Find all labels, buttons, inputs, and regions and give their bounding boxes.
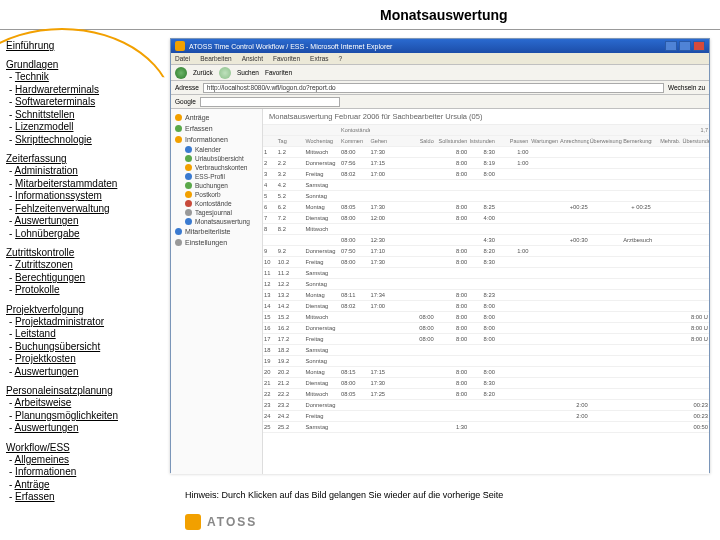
- nav-item[interactable]: - Mitarbeiterstammdaten: [6, 178, 161, 191]
- app-nav-head[interactable]: Einstellungen: [173, 237, 260, 248]
- nav-item[interactable]: - Allgemeines: [6, 454, 161, 467]
- google-search-input[interactable]: [200, 97, 340, 107]
- menu-item[interactable]: Bearbeiten: [200, 55, 231, 62]
- table-row: 1010.2Freitag08:0017:308:008:30: [263, 257, 709, 268]
- nav-item[interactable]: - Auswertungen: [6, 366, 161, 379]
- search-label[interactable]: Suchen: [237, 69, 259, 76]
- address-bar: Adresse http://localhost:8080/v.wfl/logo…: [171, 81, 709, 95]
- app-icon: [175, 41, 185, 51]
- table-row: 44.2Samstag: [263, 180, 709, 191]
- logo-text: ATOSS: [207, 515, 257, 529]
- app-nav-head[interactable]: Erfassen: [173, 123, 260, 134]
- address-input[interactable]: http://localhost:8080/v.wfl/logon.do?rep…: [203, 83, 664, 93]
- menu-item[interactable]: ?: [339, 55, 343, 62]
- fav-label[interactable]: Favoriten: [265, 69, 292, 76]
- table-row: 77.2Dienstag08:0012:008:004:00: [263, 213, 709, 224]
- app-nav-item[interactable]: Kontostände: [173, 199, 260, 208]
- nav-top-link[interactable]: Einführung: [6, 40, 161, 51]
- table-row: 1717.2Freitag08:008:008:008:00 U: [263, 334, 709, 345]
- app-nav-item[interactable]: Kalender: [173, 145, 260, 154]
- nav-item[interactable]: - Informationen: [6, 466, 161, 479]
- nav-section-head[interactable]: Zeiterfassung: [6, 153, 161, 165]
- nav-item[interactable]: - Schnittstellen: [6, 109, 161, 122]
- nav-item[interactable]: - Auswertungen: [6, 422, 161, 435]
- menu-item[interactable]: Ansicht: [242, 55, 263, 62]
- nav-item[interactable]: - Anträge: [6, 479, 161, 492]
- nav-item[interactable]: - Buchungsübersicht: [6, 341, 161, 354]
- table-header: TagWochentagKommenGehenSaldoSollstundenI…: [263, 136, 709, 147]
- app-nav-head[interactable]: Informationen: [173, 134, 260, 145]
- nav-item[interactable]: - Administration: [6, 165, 161, 178]
- ie-toolbar: Zurück Suchen Favoriten: [171, 65, 709, 81]
- nav-item[interactable]: - Projektkosten: [6, 353, 161, 366]
- table-row: 1111.2Samstag: [263, 268, 709, 279]
- table-row: 1515.2Mittwoch08:008:008:008:00 U: [263, 312, 709, 323]
- app-nav-item[interactable]: Tagesjournal: [173, 208, 260, 217]
- close-button[interactable]: [693, 41, 705, 51]
- nav-item[interactable]: - Lizenzmodell: [6, 121, 161, 134]
- nav-item[interactable]: - Hardwareterminals: [6, 84, 161, 97]
- table-row: 2121.2Dienstag08:0017:308:008:30: [263, 378, 709, 389]
- app-nav-item[interactable]: ESS-Profil: [173, 172, 260, 181]
- app-nav-item[interactable]: Verbrauchskonten: [173, 163, 260, 172]
- menu-item[interactable]: Extras: [310, 55, 328, 62]
- nav-item[interactable]: - Planungsmöglichkeiten: [6, 410, 161, 423]
- nav-item[interactable]: - Softwareterminals: [6, 96, 161, 109]
- nav-item[interactable]: - Skripttechnologie: [6, 134, 161, 147]
- app-nav-head[interactable]: Mitarbeiterliste: [173, 226, 260, 237]
- table-row: 1818.2Samstag: [263, 345, 709, 356]
- table-row: 1616.2Donnerstag08:008:008:008:00 U: [263, 323, 709, 334]
- nav-item[interactable]: - Zutrittszonen: [6, 259, 161, 272]
- nav-item[interactable]: - Fehlzeitenverwaltung: [6, 203, 161, 216]
- nav-item[interactable]: - Projektadministrator: [6, 316, 161, 329]
- table-row: 55.2Sonntag: [263, 191, 709, 202]
- nav-section-head[interactable]: Workflow/ESS: [6, 442, 161, 454]
- app-nav-item[interactable]: Urlaubsübersicht: [173, 154, 260, 163]
- go-button[interactable]: Wechseln zu: [668, 84, 705, 91]
- menu-item[interactable]: Datei: [175, 55, 190, 62]
- nav-item[interactable]: - Erfassen: [6, 491, 161, 504]
- table-row: 1919.2Sonntag: [263, 356, 709, 367]
- table-row: 2222.2Mittwoch08:0517:258:008:20: [263, 389, 709, 400]
- back-icon[interactable]: [175, 67, 187, 79]
- nav-section-head[interactable]: Personaleinsatzplanung: [6, 385, 161, 397]
- app-nav-item[interactable]: Monatsauswertung: [173, 217, 260, 226]
- nav-item[interactable]: - Lohnübergabe: [6, 228, 161, 241]
- nav-item[interactable]: - Technik: [6, 71, 161, 84]
- table-header: Kontostände: 1%1,7: [263, 125, 709, 136]
- back-label[interactable]: Zurück: [193, 69, 213, 76]
- table-row: 2525.2Samstag1:3000:50: [263, 422, 709, 433]
- window-title: ATOSS Time Control Workflow / ESS - Micr…: [189, 43, 392, 50]
- nav-section-head[interactable]: Grundlagen: [6, 59, 161, 71]
- nav-item[interactable]: - Arbeitsweise: [6, 397, 161, 410]
- nav-item[interactable]: - Leitstand: [6, 328, 161, 341]
- window-buttons: [665, 41, 705, 51]
- page-header: Monatsauswertung: [0, 0, 720, 30]
- app-nav-item[interactable]: Postkorb: [173, 190, 260, 199]
- minimize-button[interactable]: [665, 41, 677, 51]
- nav-item[interactable]: - Auswertungen: [6, 215, 161, 228]
- nav-section-head[interactable]: Projektverfolgung: [6, 304, 161, 316]
- maximize-button[interactable]: [679, 41, 691, 51]
- menu-item[interactable]: Favoriten: [273, 55, 300, 62]
- table-row: 88.2Mittwoch: [263, 224, 709, 235]
- address-label: Adresse: [175, 84, 199, 91]
- nav-item[interactable]: - Berechtigungen: [6, 272, 161, 285]
- footer-logo: ATOSS: [185, 514, 257, 530]
- app-main: Monatsauswertung Februar 2006 für Sachbe…: [263, 109, 709, 474]
- table-row: 33.2Freitag08:0217:008:008:00: [263, 169, 709, 180]
- forward-icon[interactable]: [219, 67, 231, 79]
- nav-item[interactable]: - Informationssystem: [6, 190, 161, 203]
- report-title: Monatsauswertung Februar 2006 für Sachbe…: [263, 109, 709, 125]
- titlebar: ATOSS Time Control Workflow / ESS - Micr…: [171, 39, 709, 53]
- app-nav-item[interactable]: Buchungen: [173, 181, 260, 190]
- nav-item[interactable]: - Protokolle: [6, 284, 161, 297]
- page-title: Monatsauswertung: [380, 7, 508, 23]
- table-row: 22.2Donnerstag07:5617:158:008:191:00: [263, 158, 709, 169]
- browser-window[interactable]: ATOSS Time Control Workflow / ESS - Micr…: [170, 38, 710, 473]
- app-nav-head[interactable]: Anträge: [173, 112, 260, 123]
- table-row: 08:0012:304:30+00:30Arztbesuch: [263, 235, 709, 246]
- logo-icon: [185, 514, 201, 530]
- nav-section-head[interactable]: Zutrittskontrolle: [6, 247, 161, 259]
- table-row: 11.2Mittwoch08:0017:308:008:301:00: [263, 147, 709, 158]
